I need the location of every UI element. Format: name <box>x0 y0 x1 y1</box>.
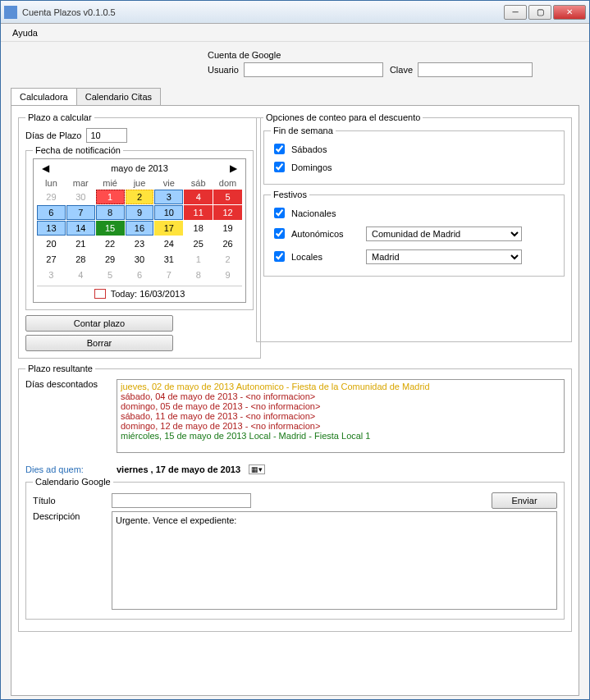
cal-day[interactable]: 6 <box>126 268 154 282</box>
app-window: Cuenta Plazos v0.1.0.5 ─ ▢ ✕ Ayuda Cuent… <box>0 0 590 700</box>
cal-day[interactable]: 2 <box>213 252 242 267</box>
cal-day[interactable]: 8 <box>96 205 125 220</box>
cal-day[interactable]: 3 <box>154 190 183 204</box>
enviar-button[interactable]: Enviar <box>492 492 557 509</box>
cal-day[interactable]: 19 <box>213 221 242 236</box>
cal-title: mayo de 2013 <box>54 163 225 173</box>
finde-group: Fin de semana Sábados Domingos <box>263 126 565 185</box>
cal-day[interactable]: 11 <box>184 205 213 220</box>
list-item: miércoles, 15 de mayo de 2013 Local - Ma… <box>121 431 560 441</box>
cal-day[interactable]: 3 <box>37 268 66 282</box>
cal-day[interactable]: 20 <box>37 236 66 251</box>
tab-citas[interactable]: Calendario Citas <box>76 88 161 105</box>
cal-day[interactable]: 8 <box>184 268 213 282</box>
tab-panel: Plazo a calcular Días de Plazo Fecha de … <box>11 105 579 696</box>
nacionales-checkbox[interactable]: Nacionales <box>271 205 557 221</box>
cal-day[interactable]: 25 <box>184 236 213 251</box>
cal-day[interactable]: 4 <box>184 190 213 204</box>
cal-day[interactable]: 1 <box>96 190 125 204</box>
cal-day[interactable]: 1 <box>184 252 213 267</box>
menu-ayuda[interactable]: Ayuda <box>7 26 43 39</box>
dias-descontados-list[interactable]: jueves, 02 de mayo de 2013 Autonomico - … <box>117 379 565 453</box>
minimize-button[interactable]: ─ <box>504 5 527 20</box>
cal-day[interactable]: 4 <box>66 268 95 282</box>
localidad-select[interactable]: Madrid <box>366 249 522 264</box>
cal-dow: dom <box>213 177 242 189</box>
domingos-checkbox[interactable]: Domingos <box>271 159 557 175</box>
autonomicos-checkbox[interactable]: Autonómicos <box>271 226 361 241</box>
dies-ad-quem-label: Dies ad quem: <box>25 464 112 474</box>
today-label[interactable]: Today: 16/03/2013 <box>111 289 185 299</box>
cal-day[interactable]: 30 <box>66 190 95 204</box>
clave-input[interactable] <box>418 62 533 77</box>
cal-day[interactable]: 6 <box>37 205 66 220</box>
festivos-group: Festivos Nacionales Autonómicos Comunida… <box>263 190 565 277</box>
resultado-group: Plazo resultante Días descontados jueves… <box>18 364 572 632</box>
cal-day[interactable]: 17 <box>154 221 183 236</box>
cal-day[interactable]: 9 <box>213 268 242 282</box>
list-item: domingo, 05 de mayo de 2013 - <no inform… <box>121 401 560 411</box>
close-button[interactable]: ✕ <box>553 5 586 20</box>
resultado-legend: Plazo resultante <box>25 364 95 373</box>
cal-day[interactable]: 31 <box>154 252 183 267</box>
cal-day[interactable]: 2 <box>126 190 154 204</box>
cal-day[interactable]: 5 <box>96 268 125 282</box>
titlebar: Cuenta Plazos v0.1.0.5 ─ ▢ ✕ <box>1 1 589 24</box>
date-picker-icon[interactable]: ▦▾ <box>249 464 265 474</box>
cal-day[interactable]: 7 <box>66 205 95 220</box>
cal-day[interactable]: 30 <box>126 252 154 267</box>
cal-day[interactable]: 9 <box>126 205 154 220</box>
cal-dow: mar <box>66 177 95 189</box>
cal-google-legend: Calendario Google <box>33 477 113 487</box>
cal-day[interactable]: 5 <box>213 190 242 204</box>
cal-day[interactable]: 12 <box>213 205 242 220</box>
comunidad-select[interactable]: Comunidad de Madrid <box>366 226 522 241</box>
cal-day[interactable]: 23 <box>126 236 154 251</box>
calendar: ◀ mayo de 2013 ▶ lunmarmiéjueviesábdom29… <box>33 158 246 303</box>
app-icon <box>4 6 17 19</box>
usuario-label: Usuario <box>208 65 239 75</box>
locales-checkbox[interactable]: Locales <box>271 249 361 264</box>
cal-day[interactable]: 29 <box>37 190 66 204</box>
cal-day[interactable]: 13 <box>37 221 66 236</box>
cal-day[interactable]: 26 <box>213 236 242 251</box>
cal-dow: sáb <box>184 177 213 189</box>
usuario-input[interactable] <box>244 62 383 77</box>
cal-day[interactable]: 21 <box>66 236 95 251</box>
dies-ad-quem-value: viernes , 17 de mayo de 2013 <box>117 464 240 474</box>
cal-day[interactable]: 28 <box>66 252 95 267</box>
dias-plazo-input[interactable] <box>86 128 127 143</box>
cal-day[interactable]: 10 <box>154 205 183 220</box>
cal-day[interactable]: 15 <box>96 221 125 236</box>
fecha-notif-legend: Fecha de notificación <box>33 145 123 155</box>
cal-day[interactable]: 24 <box>154 236 183 251</box>
cal-day[interactable]: 27 <box>37 252 66 267</box>
cal-day[interactable]: 7 <box>154 268 183 282</box>
dias-desc-label: Días descontados <box>25 379 112 389</box>
desc-textarea[interactable] <box>112 511 557 610</box>
maximize-button[interactable]: ▢ <box>528 5 551 20</box>
desc-label: Descripción <box>33 511 107 521</box>
cal-day[interactable]: 14 <box>66 221 95 236</box>
cal-day[interactable]: 18 <box>184 221 213 236</box>
festivos-legend: Festivos <box>271 190 309 199</box>
plazo-calcular-group: Plazo a calcular Días de Plazo Fecha de … <box>18 112 261 359</box>
dias-plazo-label: Días de Plazo <box>25 130 81 140</box>
google-section-label: Cuenta de Google <box>208 50 383 60</box>
borrar-button[interactable]: Borrar <box>25 335 173 351</box>
sabados-checkbox[interactable]: Sábados <box>271 141 557 157</box>
contar-plazo-button[interactable]: Contar plazo <box>25 315 173 332</box>
cal-day[interactable]: 29 <box>96 252 125 267</box>
cal-next-button[interactable]: ▶ <box>225 162 242 174</box>
opciones-legend: Opciones de conteo para el descuento <box>263 112 423 122</box>
tabs: Calculadora Calendario Citas <box>11 88 579 105</box>
titulo-label: Título <box>33 496 107 506</box>
google-account-row: Cuenta de Google Usuario Clave <box>208 50 579 80</box>
titulo-input[interactable] <box>112 493 251 508</box>
tab-calculadora[interactable]: Calculadora <box>11 88 77 105</box>
cal-prev-button[interactable]: ◀ <box>37 162 54 174</box>
cal-dow: mié <box>96 177 125 189</box>
cal-day[interactable]: 22 <box>96 236 125 251</box>
cal-day[interactable]: 16 <box>126 221 154 236</box>
fecha-notif-group: Fecha de notificación ◀ mayo de 2013 ▶ l… <box>25 145 254 310</box>
